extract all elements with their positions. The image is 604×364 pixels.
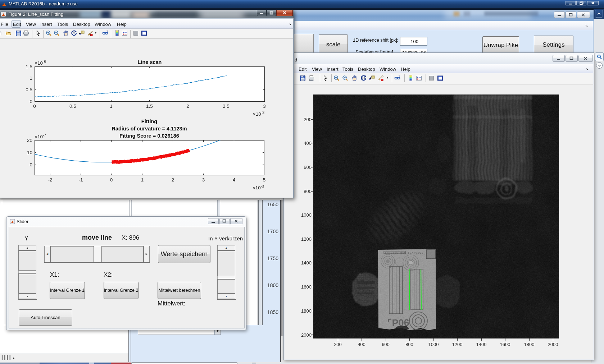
svg-text:5: 5: [263, 177, 266, 183]
svg-text:0.5: 0.5: [69, 103, 76, 109]
svg-text:-1: -1: [78, 177, 83, 183]
svg-text:×10-3: ×10-3: [253, 184, 264, 190]
svg-text:0.5: 0.5: [26, 87, 32, 92]
svg-text:2: 2: [186, 103, 189, 109]
svg-text:×10-7: ×10-7: [35, 133, 46, 139]
svg-text:Fitting Score = 0.026186: Fitting Score = 0.026186: [119, 133, 179, 139]
svg-text:0: 0: [33, 103, 36, 109]
svg-text:0: 0: [29, 162, 32, 167]
svg-text:20: 20: [27, 138, 32, 143]
svg-text:4: 4: [233, 177, 236, 183]
svg-text:2.5: 2.5: [223, 103, 230, 109]
svg-text:Radius of curvature = 4.1123m: Radius of curvature = 4.1123m: [112, 126, 187, 132]
svg-text:1: 1: [110, 103, 113, 109]
svg-text:×10-6: ×10-6: [35, 59, 46, 66]
svg-text:Fitting: Fitting: [141, 119, 157, 124]
svg-text:1: 1: [141, 177, 144, 183]
svg-text:10: 10: [27, 150, 32, 155]
svg-text:0: 0: [110, 177, 113, 183]
svg-text:3: 3: [202, 177, 205, 183]
svg-text:2: 2: [172, 177, 174, 183]
svg-text:3: 3: [263, 103, 266, 109]
svg-text:Line scan: Line scan: [138, 59, 162, 65]
svg-text:×10-3: ×10-3: [253, 110, 264, 117]
svg-text:0: 0: [29, 99, 32, 104]
svg-text:1: 1: [29, 75, 32, 81]
svg-text:1.5: 1.5: [146, 103, 153, 109]
svg-text:1.5: 1.5: [26, 64, 32, 69]
svg-text:-2: -2: [48, 177, 52, 183]
